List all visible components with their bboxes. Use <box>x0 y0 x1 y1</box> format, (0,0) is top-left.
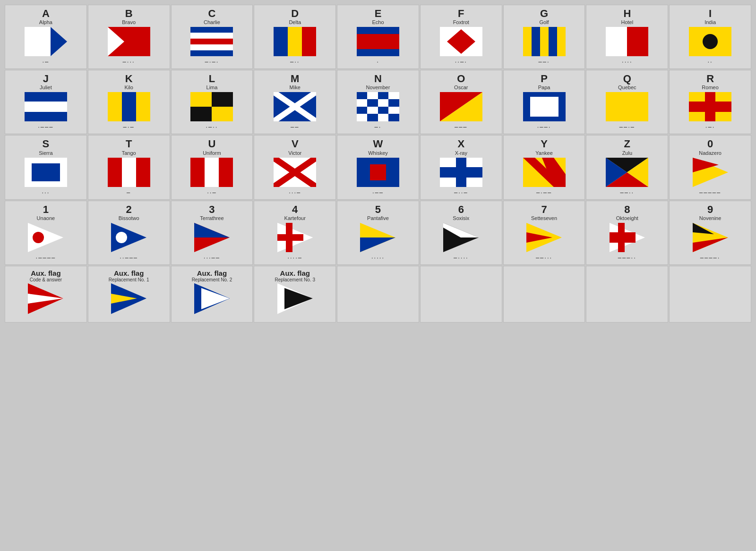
flag-morse-D: –·· <box>290 58 300 66</box>
svg-point-86 <box>33 232 44 243</box>
flag-cell-D: D Delta –·· <box>254 5 336 69</box>
flag-morse-X: –··– <box>454 189 468 196</box>
flag-image-Q <box>606 92 648 121</box>
svg-rect-38 <box>378 92 388 99</box>
flag-morse-I: ·· <box>707 58 713 66</box>
flag-image-J <box>25 92 67 121</box>
aux-empty-6 <box>420 266 502 322</box>
aux-empty-9 <box>669 266 751 322</box>
svg-rect-49 <box>367 114 378 121</box>
flag-name-H: Hotel <box>621 19 633 25</box>
flag-image-W <box>357 158 399 187</box>
flag-morse-H: ···· <box>622 58 632 66</box>
flag-morse-3: ···–– <box>204 254 220 262</box>
flag-name-V: Victor <box>288 150 301 156</box>
flag-morse-J: ·––– <box>38 123 53 131</box>
flag-image-L <box>190 92 233 121</box>
flag-morse-2: ··––– <box>120 254 138 262</box>
flag-morse-F: ··–· <box>455 58 467 66</box>
flag-grid: A Alpha ·– B Bravo –··· C Charlie <box>5 5 751 265</box>
flag-name-R: Romeo <box>702 85 718 90</box>
flag-image-P <box>523 92 566 121</box>
aux-subtitle-3: Replacement No. 2 <box>192 277 232 282</box>
flag-name-C: Charlie <box>204 19 220 25</box>
svg-rect-28 <box>190 92 212 107</box>
flag-morse-9: ––––· <box>700 254 721 262</box>
flag-cell-M: M Mike –– <box>254 70 336 134</box>
svg-rect-10 <box>274 27 288 56</box>
flag-image-A <box>25 27 67 56</box>
flag-name-3: Terrathree <box>200 215 223 221</box>
svg-rect-12 <box>302 27 316 56</box>
flag-letter-T: T <box>126 138 132 150</box>
flag-name-B: Bravo <box>122 19 136 25</box>
flag-image-K <box>108 92 150 121</box>
flag-morse-5: ····· <box>371 254 385 262</box>
flag-name-T: Tango <box>122 150 136 156</box>
flag-letter-K: K <box>125 73 133 85</box>
flag-name-Z: Zulu <box>622 150 632 156</box>
svg-rect-72 <box>370 164 386 180</box>
aux-cell-2: Aux. flag Replacement No. 1 <box>88 266 170 322</box>
svg-point-88 <box>116 232 127 243</box>
svg-rect-40 <box>357 99 367 107</box>
flag-letter-1: 1 <box>43 204 49 215</box>
flag-cell-T: T Tango – <box>88 135 170 199</box>
aux-title-2: Aux. flag <box>114 269 144 277</box>
flag-morse-M: –– <box>291 123 299 131</box>
flag-morse-7: ––··· <box>536 254 552 262</box>
flag-cell-O: O Oscar ––– <box>420 70 502 134</box>
flag-morse-B: –··· <box>123 58 135 66</box>
flag-name-I: India <box>704 19 716 25</box>
flag-image-V <box>274 158 316 187</box>
flag-name-F: Foxtrot <box>453 19 469 25</box>
flag-cell-4: 4 Kartefour ····– <box>254 201 336 265</box>
flag-letter-5: 5 <box>375 204 381 215</box>
flag-image-H <box>606 27 648 56</box>
flag-morse-4: ····– <box>287 254 302 262</box>
svg-rect-6 <box>190 33 233 39</box>
flag-letter-D: D <box>291 8 299 19</box>
aux-title-4: Aux. flag <box>280 269 310 277</box>
flag-morse-N: –· <box>375 123 382 131</box>
flag-cell-R: R Romeo ·–· <box>669 70 751 134</box>
flag-cell-L: L Lima ·–·· <box>171 70 253 134</box>
flag-cell-P: P Papa ·––· <box>503 70 585 134</box>
flag-letter-G: G <box>540 8 548 19</box>
flag-name-S: Sierra <box>39 150 52 156</box>
flag-image-1 <box>25 223 67 252</box>
flag-morse-O: ––– <box>455 123 468 131</box>
flag-letter-P: P <box>541 73 548 85</box>
aux-image-4 <box>274 284 316 314</box>
svg-rect-9 <box>190 51 233 56</box>
flag-letter-S: S <box>43 138 50 150</box>
flag-morse-R: ·–· <box>705 123 715 131</box>
flag-image-7 <box>523 223 566 252</box>
flag-morse-1: ·–––– <box>36 254 56 262</box>
flag-image-9 <box>689 223 731 252</box>
svg-rect-56 <box>606 92 648 121</box>
flag-cell-U: U Uniform ··– <box>171 135 253 199</box>
svg-rect-29 <box>212 92 233 107</box>
flag-cell-G: G Golf ––· <box>503 5 585 69</box>
flag-image-D <box>274 27 316 56</box>
flag-image-2 <box>108 223 150 252</box>
flag-image-5 <box>357 223 399 252</box>
flag-cell-0: 0 Nadazero ––––– <box>669 135 751 199</box>
flag-letter-W: W <box>373 138 383 150</box>
flag-morse-S: ··· <box>42 189 50 196</box>
flag-letter-6: 6 <box>458 204 464 215</box>
flag-cell-W: W Whiskey ·–– <box>337 135 419 199</box>
flag-name-1: Unaone <box>37 215 55 221</box>
flag-morse-V: ···– <box>289 189 301 196</box>
flag-name-N: November <box>366 85 390 90</box>
svg-rect-17 <box>523 27 566 56</box>
svg-rect-39 <box>388 92 399 99</box>
flag-morse-Q: ––·– <box>619 123 635 131</box>
svg-rect-36 <box>357 92 367 99</box>
flag-letter-2: 2 <box>126 204 132 215</box>
flag-morse-A: ·– <box>42 58 49 66</box>
flag-image-O <box>440 92 482 121</box>
flag-cell-B: B Bravo –··· <box>88 5 170 69</box>
flag-letter-9: 9 <box>707 204 713 215</box>
